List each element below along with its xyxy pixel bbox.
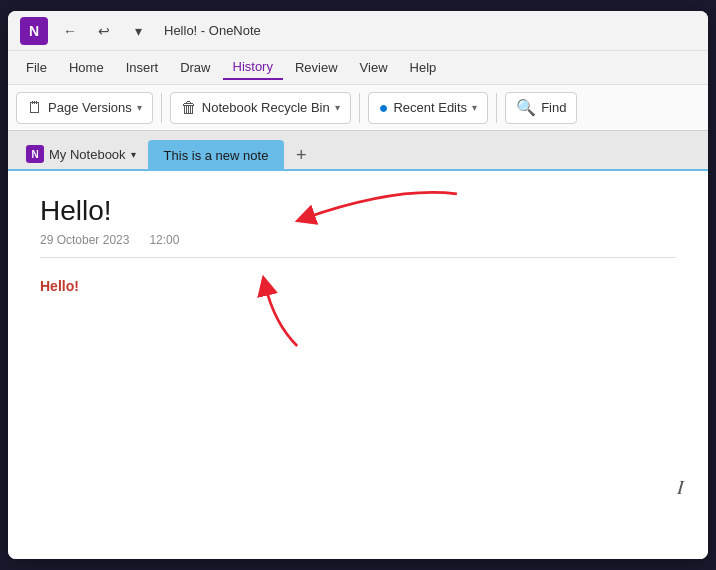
- menu-insert[interactable]: Insert: [116, 56, 169, 79]
- app-icon: N: [20, 17, 48, 45]
- ribbon-separator-3: [496, 93, 497, 123]
- recent-edits-label: Recent Edits: [393, 100, 467, 115]
- notebook-recycle-bin-label: Notebook Recycle Bin: [202, 100, 330, 115]
- menu-file[interactable]: File: [16, 56, 57, 79]
- recent-edits-icon: ●: [379, 99, 389, 117]
- recent-edits-chevron: ▾: [472, 102, 477, 113]
- notebook-recycle-bin-button[interactable]: 🗑 Notebook Recycle Bin ▾: [170, 92, 351, 124]
- note-body: Hello!: [40, 278, 676, 294]
- page-versions-chevron: ▾: [137, 102, 142, 113]
- note-date: 29 October 2023: [40, 233, 129, 247]
- find-button[interactable]: 🔍 Find: [505, 92, 577, 124]
- undo-button[interactable]: ↩: [90, 17, 118, 45]
- title-controls: ← ↩ ▾: [56, 17, 152, 45]
- menu-bar: File Home Insert Draw History Review Vie…: [8, 51, 708, 85]
- notebook-name: My Notebook: [49, 147, 126, 162]
- menu-draw[interactable]: Draw: [170, 56, 220, 79]
- page-versions-label: Page Versions: [48, 100, 132, 115]
- text-cursor: 𝐼: [677, 476, 684, 499]
- notebook-icon: N: [26, 145, 44, 163]
- dropdown-button[interactable]: ▾: [124, 17, 152, 45]
- add-page-button[interactable]: +: [286, 141, 316, 169]
- back-button[interactable]: ←: [56, 17, 84, 45]
- window-title: Hello! - OneNote: [164, 23, 261, 38]
- title-bar: N ← ↩ ▾ Hello! - OneNote: [8, 11, 708, 51]
- note-meta: 29 October 2023 12:00: [40, 233, 676, 258]
- ribbon-toolbar: 🗒 Page Versions ▾ 🗑 Notebook Recycle Bin…: [8, 85, 708, 131]
- page-versions-button[interactable]: 🗒 Page Versions ▾: [16, 92, 153, 124]
- content-area: Hello! 29 October 2023 12:00 Hello! 𝐼: [8, 169, 708, 559]
- ribbon-separator-1: [161, 93, 162, 123]
- tab-bar: N My Notebook ▾ This is a new note +: [8, 131, 708, 169]
- note-time: 12:00: [149, 233, 179, 247]
- ribbon-separator-2: [359, 93, 360, 123]
- recycle-bin-chevron: ▾: [335, 102, 340, 113]
- recycle-bin-icon: 🗑: [181, 99, 197, 117]
- find-label: Find: [541, 100, 566, 115]
- menu-review[interactable]: Review: [285, 56, 348, 79]
- note-title: Hello!: [40, 195, 676, 227]
- menu-history[interactable]: History: [223, 55, 283, 80]
- arrows-overlay: [8, 171, 708, 559]
- menu-help[interactable]: Help: [400, 56, 447, 79]
- notebook-label[interactable]: N My Notebook ▾: [16, 139, 146, 169]
- app-window: N ← ↩ ▾ Hello! - OneNote File Home Inser…: [8, 11, 708, 559]
- find-icon: 🔍: [516, 98, 536, 117]
- notebook-chevron: ▾: [131, 149, 136, 160]
- page-tab-active[interactable]: This is a new note: [148, 140, 285, 169]
- recent-edits-button[interactable]: ● Recent Edits ▾: [368, 92, 488, 124]
- page-versions-icon: 🗒: [27, 99, 43, 117]
- menu-view[interactable]: View: [350, 56, 398, 79]
- menu-home[interactable]: Home: [59, 56, 114, 79]
